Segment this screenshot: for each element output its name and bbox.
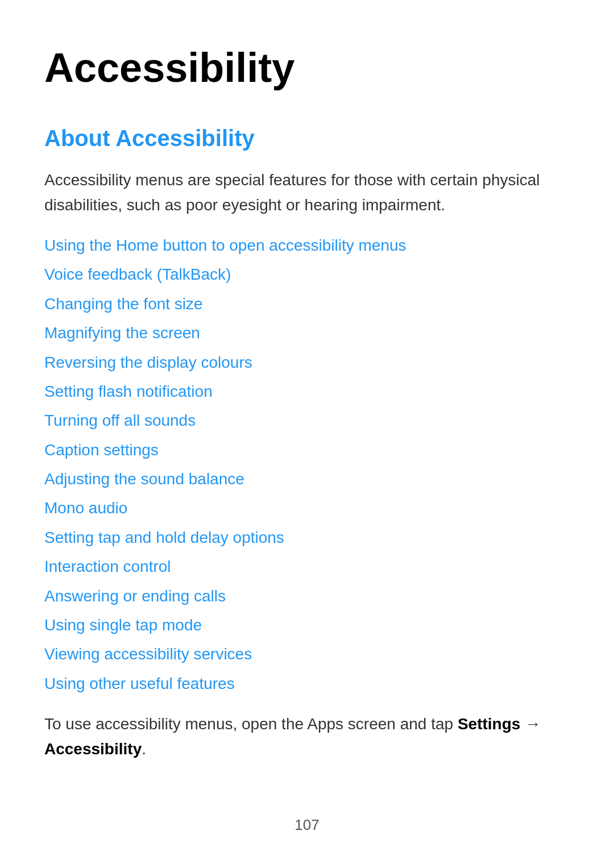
footer-bold-accessibility: Accessibility [44,740,142,758]
toc-link-14[interactable]: Viewing accessibility services [44,645,252,663]
toc-link-0[interactable]: Using the Home button to open accessibil… [44,236,406,254]
page-container: Accessibility About Accessibility Access… [0,0,614,868]
list-item: Turning off all sounds [44,408,570,433]
list-item: Using the Home button to open accessibil… [44,233,570,258]
toc-link-5[interactable]: Setting flash notification [44,383,213,400]
list-item: Magnifying the screen [44,321,570,345]
list-item: Viewing accessibility services [44,642,570,666]
toc-link-list: Using the Home button to open accessibil… [44,233,570,696]
toc-link-10[interactable]: Setting tap and hold delay options [44,529,284,546]
main-title: Accessibility [44,45,570,90]
toc-link-3[interactable]: Magnifying the screen [44,324,200,342]
footer-arrow: → [520,715,541,733]
list-item: Using other useful features [44,671,570,696]
intro-paragraph: Accessibility menus are special features… [44,168,567,217]
list-item: Changing the font size [44,292,570,316]
list-item: Interaction control [44,554,570,579]
toc-link-15[interactable]: Using other useful features [44,675,235,692]
toc-link-12[interactable]: Answering or ending calls [44,587,226,605]
toc-link-9[interactable]: Mono audio [44,499,127,517]
list-item: Adjusting the sound balance [44,467,570,491]
list-item: Reversing the display colours [44,350,570,375]
toc-link-8[interactable]: Adjusting the sound balance [44,470,244,488]
list-item: Caption settings [44,438,570,462]
toc-link-2[interactable]: Changing the font size [44,295,203,313]
toc-link-7[interactable]: Caption settings [44,441,159,459]
toc-link-4[interactable]: Reversing the display colours [44,354,252,371]
list-item: Setting flash notification [44,379,570,404]
footer-text-before: To use accessibility menus, open the App… [44,715,458,733]
list-item: Using single tap mode [44,613,570,637]
toc-link-11[interactable]: Interaction control [44,558,171,575]
list-item: Mono audio [44,496,570,520]
toc-link-6[interactable]: Turning off all sounds [44,412,196,429]
footer-bold-settings: Settings [458,715,520,733]
list-item: Voice feedback (TalkBack) [44,262,570,286]
footer-text-after: . [142,740,146,758]
toc-link-1[interactable]: Voice feedback (TalkBack) [44,265,231,283]
list-item: Answering or ending calls [44,584,570,608]
footer-paragraph: To use accessibility menus, open the App… [44,712,567,761]
page-number: 107 [294,816,319,834]
list-item: Setting tap and hold delay options [44,525,570,550]
toc-link-13[interactable]: Using single tap mode [44,616,202,634]
section-title: About Accessibility [44,124,570,152]
